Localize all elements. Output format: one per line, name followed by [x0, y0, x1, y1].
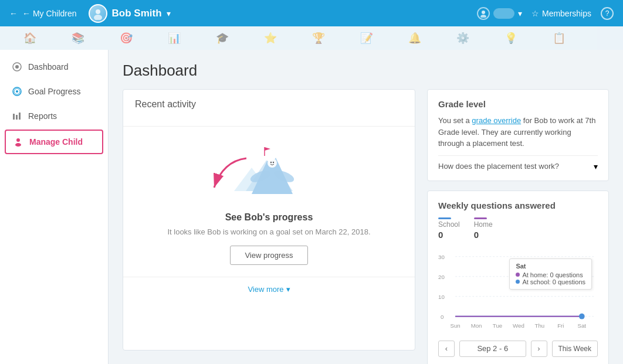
tooltip-school-row: At school: 0 questions: [516, 278, 585, 285]
activity-content: See Bob's progress It looks like Bob is …: [123, 127, 415, 277]
tooltip-title: Sat: [516, 263, 585, 270]
strip-icon-11: 💡: [505, 32, 517, 45]
strip-icon-7: 🏆: [312, 32, 325, 45]
view-more-label: View more: [248, 285, 283, 294]
dropdown-icon: ▾: [167, 9, 171, 18]
home-label: Home: [474, 220, 493, 229]
sidebar-item-manage-child[interactable]: Manage Child: [5, 130, 103, 154]
tooltip-home-row: At home: 0 questions: [516, 271, 585, 278]
sidebar-item-goal-progress[interactable]: Goal Progress: [0, 79, 108, 104]
sidebar-label-dashboard: Dashboard: [28, 62, 69, 72]
memberships-label: Memberships: [542, 9, 591, 18]
view-progress-button[interactable]: View progress: [230, 246, 307, 265]
placement-accordion[interactable]: How does the placement test work? ▾: [438, 155, 598, 171]
svg-point-21: [272, 162, 273, 163]
strip-icon-1: 🏠: [23, 32, 36, 45]
school-label: School: [438, 220, 460, 229]
tooltip-school-dot: [516, 280, 520, 284]
strip-icon-3: 🎯: [120, 32, 133, 45]
view-more-link[interactable]: View more ▾: [248, 285, 290, 294]
account-section[interactable]: ▾: [477, 7, 522, 20]
back-nav[interactable]: ← ← My Children: [9, 9, 77, 18]
child-name: Bob Smith: [112, 8, 162, 19]
strip-icon-9: 🔔: [408, 32, 421, 45]
chart-container: 30 20 10 0 Sun Mon Tue Wed Thu Fri Sat: [438, 247, 598, 335]
main-content: Dashboard Recent activity: [109, 50, 623, 364]
school-value: 0: [438, 230, 443, 240]
svg-point-2: [482, 11, 485, 14]
svg-text:Wed: Wed: [513, 322, 524, 329]
svg-rect-11: [19, 113, 21, 120]
help-button[interactable]: ?: [601, 7, 614, 20]
sidebar-item-reports[interactable]: Reports: [0, 104, 108, 128]
chart-tooltip: Sat At home: 0 questions At school: 0 qu…: [509, 258, 592, 290]
svg-point-13: [15, 143, 21, 147]
mountain-illustration: [234, 138, 304, 203]
svg-point-20: [270, 162, 271, 163]
star-icon: ☆: [531, 9, 539, 18]
grade-level-card: Grade level You set a grade override for…: [427, 89, 609, 181]
layout: Dashboard Goal Progress Reports Manage C…: [0, 50, 623, 364]
card-footer: View more ▾: [123, 277, 415, 301]
sidebar: Dashboard Goal Progress Reports Manage C…: [0, 50, 109, 364]
page-title: Dashboard: [123, 62, 609, 80]
sidebar-label-manage-child: Manage Child: [29, 137, 83, 147]
prev-week-button[interactable]: ‹: [438, 341, 455, 357]
grade-title: Grade level: [438, 99, 598, 109]
back-arrow-icon: ←: [9, 9, 18, 18]
svg-marker-23: [265, 147, 270, 151]
recent-activity-header: Recent activity: [123, 90, 415, 127]
manage-child-icon: [13, 137, 23, 147]
my-children-label: ← My Children: [22, 9, 77, 18]
header-right: ▾ ☆ Memberships ?: [477, 7, 614, 20]
home-value: 0: [474, 230, 479, 240]
weekly-questions-card: Weekly questions answered School 0 Home …: [427, 190, 609, 365]
activity-title: See Bob's progress: [225, 212, 313, 223]
school-legend-bar: [438, 217, 451, 219]
sidebar-label-reports: Reports: [28, 111, 57, 121]
home-legend: Home 0: [474, 217, 493, 240]
accordion-chevron-icon: ▾: [594, 162, 598, 171]
grade-text-before: You set a: [438, 116, 472, 125]
svg-point-0: [96, 9, 100, 14]
svg-text:20: 20: [438, 273, 445, 280]
svg-point-1: [94, 15, 102, 20]
strip-icon-8: 📝: [360, 32, 373, 45]
svg-rect-9: [13, 114, 15, 120]
side-cards: Grade level You set a grade override for…: [427, 89, 609, 351]
chevron-down-icon: ▾: [518, 9, 522, 18]
strip-icon-12: 📋: [553, 32, 566, 45]
grade-override-link[interactable]: grade override: [472, 116, 521, 125]
date-range: Sep 2 - 6: [459, 341, 526, 357]
question-mark-icon: ?: [605, 9, 610, 18]
icon-strip: 🏠 📚 🎯 📊 🎓 ⭐ 🏆 📝 🔔 ⚙️ 💡 📋: [0, 26, 623, 50]
svg-text:Mon: Mon: [471, 322, 482, 329]
recent-activity-card: Recent activity: [123, 89, 415, 351]
sidebar-item-dashboard[interactable]: Dashboard: [0, 55, 108, 79]
goal-progress-icon: [12, 86, 22, 97]
svg-text:Sat: Sat: [578, 322, 587, 329]
svg-text:Fri: Fri: [557, 322, 564, 329]
svg-point-5: [15, 65, 19, 69]
svg-point-8: [16, 90, 18, 93]
school-legend: School 0: [438, 217, 460, 240]
child-selector[interactable]: Bob Smith ▾: [89, 4, 171, 23]
activity-subtitle: It looks like Bob is working on a goal s…: [167, 227, 370, 236]
toggle-switch[interactable]: [493, 8, 514, 19]
svg-text:30: 30: [438, 253, 445, 260]
strip-icon-10: ⚙️: [456, 32, 469, 45]
grade-text: You set a grade override for Bob to work…: [438, 115, 598, 149]
avatar-inner: [90, 5, 106, 22]
placement-question: How does the placement test work?: [438, 162, 559, 171]
weekly-legend: School 0 Home 0: [438, 217, 598, 240]
strip-icon-5: 🎓: [216, 32, 229, 45]
memberships-button[interactable]: ☆ Memberships: [531, 9, 591, 18]
next-week-button[interactable]: ›: [531, 341, 547, 357]
recent-activity-title: Recent activity: [135, 99, 403, 110]
svg-text:Thu: Thu: [535, 322, 545, 329]
strip-icon-2: 📚: [72, 32, 84, 45]
this-week-button[interactable]: This Week: [552, 341, 598, 357]
home-legend-bar: [474, 217, 487, 219]
chevron-down-icon: ▾: [286, 285, 290, 294]
svg-point-3: [480, 15, 486, 18]
